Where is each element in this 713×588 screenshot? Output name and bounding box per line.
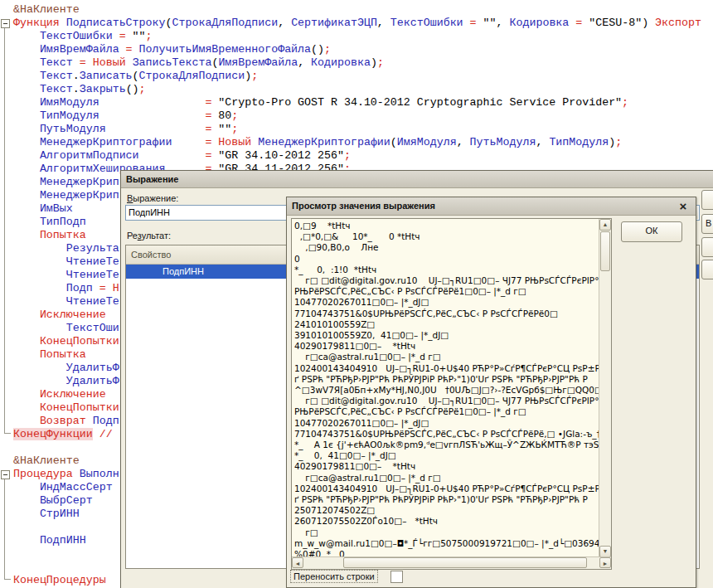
horizontal-scroll-thumb[interactable] (343, 557, 587, 568)
code-line: Подп = Н (0, 282, 119, 295)
value-viewer-title: Просмотр значения выражения (292, 201, 435, 211)
code-line: СтрИНН (0, 508, 80, 521)
vertical-scrollbar[interactable]: ▲ ▼ (599, 219, 611, 557)
code-line: ПодпИНН (0, 534, 86, 547)
code-line: УдалитьФ (0, 375, 119, 388)
code-line: ЧтениеТе (0, 295, 119, 309)
code-line: ЧтениеТе (0, 255, 119, 269)
code-line: ИмВых (0, 202, 73, 216)
value-viewer-titlebar[interactable]: Просмотр значения выражения × (287, 197, 696, 216)
code-line: ТипПодп (0, 216, 86, 229)
scroll-down-icon[interactable]: ▼ (599, 546, 611, 557)
code-line: Попытка (0, 229, 86, 242)
fold-corner-procedure (4, 579, 11, 580)
code-line: ИмяМодуля = "Crypto-Pro GOST R 34.10-201… (0, 96, 628, 109)
value-viewer-dialog: Просмотр значения выражения × 0,□9 *tНtч… (286, 197, 696, 588)
code-line: КонецПроцедуры (0, 574, 106, 587)
code-line: ЧтениеТе (0, 269, 119, 282)
code-line: МенеджерКрип (0, 176, 119, 189)
code-line: ТипМодуля = 80; (0, 109, 238, 123)
code-line: МенеджерКрип (0, 189, 119, 202)
fold-corner-function (4, 433, 11, 434)
fold-marker-function[interactable] (1, 19, 10, 28)
side-button-3[interactable] (701, 237, 713, 257)
code-line: МенеджерКриптографии = Новый МенеджерКри… (0, 136, 622, 149)
code-line: Исключение (0, 388, 106, 401)
expression-dialog-titlebar[interactable]: Выражение (121, 171, 713, 188)
scroll-left-icon[interactable]: ◄ (292, 557, 303, 568)
expression-dialog-title: Выражение (126, 174, 178, 184)
code-line: ИндМассСерт (0, 481, 113, 494)
side-button-4[interactable] (701, 260, 713, 279)
code-line: АлгоритмПодписи = "GR 34.10-2012 256"; (0, 149, 351, 163)
code-line: ИмяВремФайла = ПолучитьИмяВременногоФайл… (0, 43, 331, 56)
code-line: &НаКлиенте (0, 3, 80, 17)
result-label: Результат: (127, 231, 171, 241)
code-line: ТекстОшибки = ""; (0, 30, 153, 43)
wrap-lines-row: Переносить строки (290, 570, 378, 585)
code-line: Результа (0, 242, 119, 255)
value-dump-box[interactable]: 0,□9 *tНtч ,□*0,□& 10*_ 0 *tНtч ,□90,В0,… (291, 218, 612, 570)
code-line: Возврат Подп (0, 415, 119, 428)
code-line: &НаКлиенте (0, 454, 80, 468)
code-line: Текст = Новый ЗаписьТекста(ИмяВремФайла,… (0, 56, 384, 70)
side-button-2[interactable]: В (701, 214, 713, 234)
scroll-up-icon[interactable]: ▲ (599, 219, 611, 231)
code-line: Функция ПодписатьСтроку(СтрокаДляПодписи… (0, 17, 701, 30)
code-line: Процедура Выполн (0, 468, 119, 481)
expression-label: Выражение: (127, 193, 178, 203)
fold-marker-procedure[interactable] (1, 470, 10, 479)
code-line: ВыбрСерт (0, 494, 93, 508)
code-line: Исключение (0, 309, 106, 322)
fold-line-procedure (4, 479, 5, 579)
code-line: Текст.Записать(СтрокаДляПодписи); (0, 70, 258, 83)
code-line: Попытка (0, 348, 86, 362)
code-line: КонецФункции // (0, 428, 113, 441)
code-line: ТекстОши (0, 322, 119, 335)
wrap-lines-checkbox[interactable] (390, 571, 403, 583)
fold-line-function (4, 28, 5, 434)
code-line: КонецПопытки (0, 401, 119, 415)
code-line: ПутьМодуля = ""; (0, 123, 238, 136)
scroll-right-icon[interactable]: ► (599, 557, 611, 568)
code-line: УдалитьФ (0, 362, 119, 375)
wrap-lines-label[interactable]: Переносить строки (290, 570, 378, 583)
code-line: КонецПопытки (0, 335, 119, 348)
horizontal-scrollbar[interactable]: ◄ ► (292, 556, 611, 569)
ok-button[interactable]: ОК (621, 221, 682, 242)
vertical-scroll-thumb[interactable] (600, 231, 610, 271)
value-dump-text: 0,□9 *tНtч ,□*0,□& 10*_ 0 *tНtч ,□90,В0,… (292, 219, 603, 559)
close-icon[interactable]: × (677, 197, 690, 214)
side-button-1[interactable] (701, 190, 713, 210)
code-line: Текст.Закрыть(); (0, 83, 146, 96)
